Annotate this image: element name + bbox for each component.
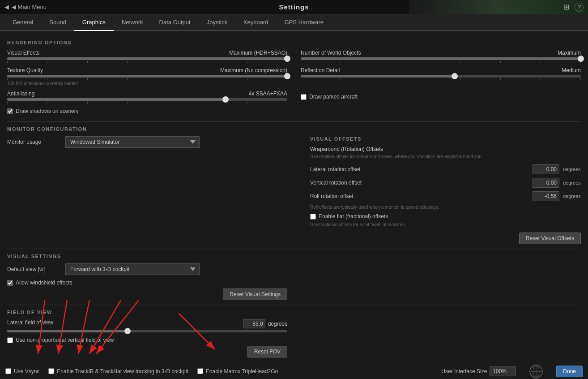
- main-menu-label[interactable]: ◀ Main Menu: [12, 4, 47, 10]
- reflection-detail-value: Medium: [562, 67, 581, 73]
- allow-windshield-row: Allow windshield effects: [7, 280, 287, 286]
- lateral-rotation-unit: degrees: [563, 167, 581, 172]
- vertical-rotation-row: Vertical rotation offset degrees: [310, 178, 581, 188]
- help-icon[interactable]: ?: [575, 3, 584, 12]
- tab-network[interactable]: Network: [114, 14, 151, 30]
- main-content: RENDERING OPTIONS Visual Effects Maximum…: [0, 31, 588, 361]
- divider-1: [7, 121, 581, 122]
- world-objects-fill: [301, 57, 581, 60]
- settings-icon[interactable]: ⊞: [563, 3, 569, 11]
- roll-rotation-label: Roll rotation offset: [310, 193, 529, 199]
- lateral-rotation-input[interactable]: [533, 164, 559, 174]
- visual-settings-right: [301, 263, 581, 300]
- matrox-checkbox[interactable]: [197, 368, 203, 374]
- main-menu-back[interactable]: ◀ ◀ Main Menu: [4, 4, 47, 10]
- reflection-detail-fill: [301, 75, 455, 78]
- visual-offsets-header: VISUAL OFFSETS: [310, 136, 581, 142]
- enable-flat-desc: Use fractional offsets for a flat "wall"…: [310, 222, 581, 227]
- fov-layout: Lateral field of view degrees Use non-pr…: [7, 319, 581, 357]
- antialiasing-track[interactable]: [7, 98, 287, 101]
- divider-3: [7, 305, 581, 305]
- matrox-label: Enable Matrox TripleHead2Go: [206, 368, 278, 375]
- texture-quality-fill: [7, 75, 287, 78]
- draw-shadows-row: Draw shadows on scenery: [7, 108, 287, 114]
- lateral-fov-track[interactable]: [7, 330, 287, 332]
- visual-settings-left: Default view [w] Forward with 3-D cockpi…: [7, 263, 287, 300]
- vertical-rotation-label: Vertical rotation offset: [310, 180, 529, 186]
- world-objects-track[interactable]: [301, 57, 581, 60]
- default-view-label: Default view [w]: [7, 266, 61, 272]
- visual-effects-track[interactable]: [7, 57, 287, 60]
- tab-general[interactable]: General: [4, 14, 41, 30]
- texture-quality-label: Texture Quality: [7, 67, 43, 73]
- visual-settings-header: VISUAL SETTINGS: [7, 254, 581, 259]
- tab-gps-hardware[interactable]: GPS Hardware: [277, 14, 332, 30]
- reflection-detail-thumb[interactable]: [452, 73, 458, 79]
- lateral-rotation-label: Lateral rotation offset: [310, 166, 529, 172]
- vertical-rotation-input[interactable]: [533, 178, 559, 188]
- reset-fov-button[interactable]: Reset FOV: [247, 346, 287, 357]
- lateral-fov-row: Lateral field of view degrees: [7, 319, 287, 332]
- world-objects-value: Maximum: [558, 50, 581, 56]
- rendering-right: Number of World Objects Maximum Reflecti…: [301, 50, 581, 117]
- use-vsync-checkbox[interactable]: [5, 368, 11, 374]
- wraparound-desc: Use rotation offsets for wraparound view…: [310, 154, 581, 159]
- use-vsync-row: Use Vsync: [5, 368, 39, 375]
- title-bar: ◀ ◀ Main Menu Settings ⊞ ?: [0, 0, 588, 14]
- monitor-config-layout: Monitor usage Windowed Simulator Fullscr…: [7, 136, 581, 244]
- non-proportional-checkbox[interactable]: [7, 337, 13, 343]
- visual-effects-label: Visual Effects: [7, 50, 39, 56]
- draw-parked-checkbox[interactable]: [301, 94, 307, 100]
- texture-quality-value: Maximum (No compression): [220, 67, 287, 73]
- enable-flat-checkbox[interactable]: [310, 214, 316, 220]
- tab-keyboard[interactable]: Keyboard: [235, 14, 277, 30]
- visual-effects-thumb[interactable]: [284, 56, 290, 62]
- texture-quality-ticks: [7, 78, 287, 80]
- visual-effects-value: Maximum (HDR+SSAO): [229, 50, 287, 56]
- done-button[interactable]: Done: [556, 366, 583, 377]
- allow-windshield-checkbox[interactable]: [7, 280, 13, 286]
- allow-windshield-label: Allow windshield effects: [16, 280, 72, 286]
- texture-quality-thumb[interactable]: [284, 73, 290, 79]
- reset-visual-settings-button[interactable]: Reset Visual Settings: [223, 289, 287, 300]
- fov-header: FIELD OF VIEW: [7, 310, 581, 315]
- back-arrow-icon: ◀: [4, 4, 9, 10]
- monitor-usage-label: Monitor usage: [7, 139, 61, 145]
- lateral-rotation-row: Lateral rotation offset degrees: [310, 164, 581, 174]
- draw-shadows-label: Draw shadows on scenery: [16, 108, 79, 114]
- reflection-detail-ticks: [301, 78, 581, 80]
- default-view-select[interactable]: Forward with 3-D cockpit Forward with 2-…: [65, 263, 200, 275]
- trackir-row: Enable TrackIR & TrackHat view tracking …: [48, 368, 188, 375]
- tab-data-output[interactable]: Data Output: [151, 14, 199, 30]
- lateral-fov-label: Lateral field of view: [7, 319, 53, 328]
- tab-joystick[interactable]: Joystick: [199, 14, 235, 30]
- roll-rotation-unit: degrees: [563, 194, 581, 199]
- fov-right: [301, 319, 581, 357]
- roll-rotation-input[interactable]: [533, 191, 559, 201]
- lateral-fov-thumb[interactable]: [124, 328, 131, 334]
- roll-rotation-row: Roll rotation offset degrees: [310, 191, 581, 201]
- globe-icon: [525, 364, 547, 379]
- ui-size-select[interactable]: 100% 75% 125% 150%: [490, 366, 516, 376]
- trackir-checkbox[interactable]: [48, 368, 54, 374]
- tab-sound[interactable]: Sound: [41, 14, 74, 30]
- world-objects-thumb[interactable]: [578, 56, 584, 62]
- reflection-detail-track[interactable]: [301, 75, 581, 78]
- draw-parked-label: Draw parked aircraft: [309, 94, 358, 100]
- reset-visual-offsets-button[interactable]: Reset Visual Offsets: [519, 233, 581, 244]
- title-right-icons: ⊞ ?: [563, 3, 584, 12]
- monitor-usage-row: Monitor usage Windowed Simulator Fullscr…: [7, 136, 287, 148]
- antialiasing-value: 4x SSAA+FXAA: [249, 90, 287, 97]
- visual-settings-layout: Default view [w] Forward with 3-D cockpi…: [7, 263, 581, 300]
- reflection-detail-label: Reflection Detail: [301, 67, 340, 73]
- lateral-fov-input[interactable]: [243, 319, 265, 328]
- lateral-fov-unit: degrees: [268, 321, 287, 327]
- antialiasing-row: Antialiasing 4x SSAA+FXAA: [7, 90, 287, 103]
- texture-quality-track[interactable]: [7, 75, 287, 78]
- antialiasing-thumb[interactable]: [222, 96, 229, 103]
- bg-image: [409, 0, 588, 14]
- draw-shadows-checkbox[interactable]: [7, 108, 13, 114]
- tab-graphics[interactable]: Graphics: [74, 14, 114, 31]
- monitor-usage-select[interactable]: Windowed Simulator Fullscreen Full Scree…: [65, 136, 200, 148]
- visual-offsets-panel: VISUAL OFFSETS Wraparound (Rotation) Off…: [301, 136, 581, 244]
